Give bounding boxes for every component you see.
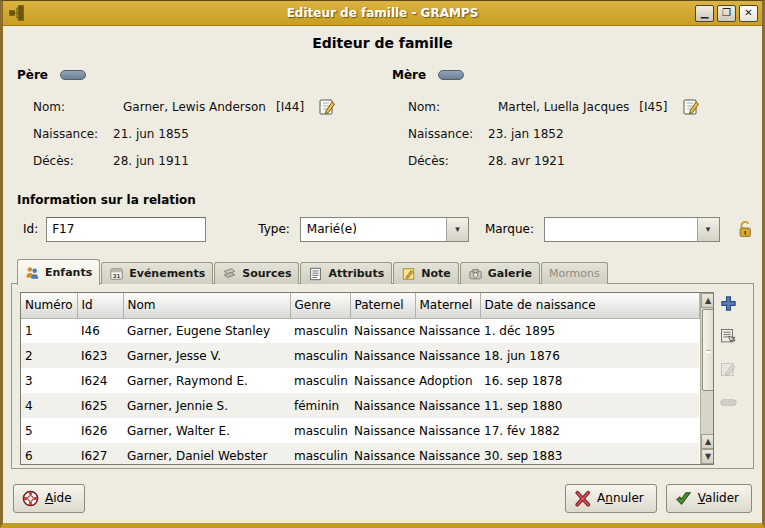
- maximize-icon[interactable]: ❐: [717, 5, 736, 22]
- note-icon: [401, 267, 416, 281]
- table-cell: 18. jun 1876: [480, 343, 699, 368]
- tab-label: Enfants: [45, 266, 92, 279]
- mother-birth-value: 23. jan 1852: [488, 127, 564, 141]
- father-name-value: Garner, Lewis Anderson: [123, 100, 266, 114]
- table-row[interactable]: 5I626Garner, Walter E.masculinNaissanceN…: [21, 418, 699, 443]
- scroll-up-icon[interactable]: ▲: [701, 434, 715, 449]
- table-cell: 16. sep 1878: [480, 368, 699, 393]
- add-child-button[interactable]: [715, 290, 741, 316]
- notebook: Enfants 31 Evénements Sources: [11, 258, 754, 469]
- mother-id: [I45]: [639, 100, 667, 114]
- table-cell: Garner, Walter E.: [123, 418, 290, 443]
- cancel-x-icon: [574, 490, 591, 507]
- mother-birth-label: Naissance:: [408, 127, 488, 141]
- relation-section-title: Information sur la relation: [11, 193, 754, 207]
- table-cell: 5: [21, 418, 77, 443]
- table-cell: Garner, Jennie S.: [123, 393, 290, 418]
- table-cell: Naissance: [350, 393, 415, 418]
- column-header[interactable]: Maternel: [415, 293, 480, 318]
- remove-father-button[interactable]: [60, 70, 86, 80]
- father-death-label: Décès:: [33, 154, 113, 168]
- table-row[interactable]: 1I46Garner, Eugene StanleymasculinNaissa…: [21, 318, 699, 343]
- tab-mormons: Mormons: [541, 262, 608, 284]
- share-child-icon: [720, 328, 737, 345]
- table-cell: Naissance: [350, 443, 415, 465]
- tab-label: Mormons: [549, 267, 600, 280]
- table-cell: 4: [21, 393, 77, 418]
- table-cell: Naissance: [415, 393, 480, 418]
- calendar-icon: 31: [109, 267, 124, 281]
- table-cell: I626: [77, 418, 123, 443]
- relation-id-label: Id:: [11, 222, 46, 236]
- tab-note[interactable]: Note: [393, 262, 458, 284]
- edit-mother-name-icon[interactable]: [682, 98, 700, 116]
- tab-evenements[interactable]: 31 Evénements: [101, 262, 213, 284]
- cancel-button[interactable]: Annuler: [565, 484, 657, 513]
- table-cell: Naissance: [350, 343, 415, 368]
- close-icon[interactable]: ✕: [739, 5, 758, 22]
- mother-name-label: Nom:: [408, 100, 488, 114]
- scroll-down-icon[interactable]: ▼: [701, 449, 715, 464]
- mother-name-value: Martel, Luella Jacques: [498, 100, 629, 114]
- share-child-button[interactable]: [715, 323, 741, 349]
- mother-section: Mère Nom: Martel, Luella Jacques [I45]: [386, 68, 754, 174]
- table-cell: Naissance: [350, 418, 415, 443]
- table-cell: masculin: [290, 443, 350, 465]
- tab-enfants[interactable]: Enfants: [17, 259, 100, 285]
- table-cell: Naissance: [415, 418, 480, 443]
- ok-button[interactable]: Valider: [666, 484, 752, 513]
- relation-id-input[interactable]: [46, 217, 206, 242]
- relation-mark-value: [545, 218, 557, 241]
- table-cell: Naissance: [350, 318, 415, 343]
- window-title: Editeur de famille - GRAMPS: [3, 6, 762, 20]
- table-cell: masculin: [290, 318, 350, 343]
- table-row[interactable]: 3I624Garner, Raymond E.masculinNaissance…: [21, 368, 699, 393]
- table-cell: masculin: [290, 368, 350, 393]
- scroll-up-icon[interactable]: ▲: [701, 293, 715, 308]
- minimize-icon[interactable]: ▁: [695, 5, 714, 22]
- table-cell: I623: [77, 343, 123, 368]
- tab-sources[interactable]: Sources: [214, 262, 299, 284]
- table-cell: 11. sep 1880: [480, 393, 699, 418]
- relation-mark-select[interactable]: ▾: [544, 217, 720, 242]
- father-section-label: Père: [17, 68, 48, 82]
- relation-type-select[interactable]: Marié(e) ▾: [300, 217, 469, 242]
- page-title: Editeur de famille: [11, 26, 754, 51]
- column-header[interactable]: Paternel: [350, 293, 415, 318]
- lock-open-icon[interactable]: [736, 219, 754, 239]
- column-header[interactable]: Date de naissance: [480, 293, 699, 318]
- table-cell: I46: [77, 318, 123, 343]
- table-cell: 1: [21, 318, 77, 343]
- remove-child-button: [715, 389, 741, 415]
- remove-mother-button[interactable]: [438, 70, 464, 80]
- relation-mark-label: Marque:: [469, 222, 542, 236]
- table-cell: masculin: [290, 343, 350, 368]
- tab-label: Attributs: [328, 267, 384, 280]
- help-button[interactable]: Aide: [13, 484, 85, 513]
- vertical-scrollbar[interactable]: ▲ ▲ ▼: [700, 293, 715, 464]
- relation-type-value: Marié(e): [301, 218, 363, 241]
- table-cell: Naissance: [415, 443, 480, 465]
- table-cell: Garner, Jesse V.: [123, 343, 290, 368]
- table-row[interactable]: 2I623Garner, Jesse V.masculinNaissanceNa…: [21, 343, 699, 368]
- table-cell: masculin: [290, 418, 350, 443]
- column-header[interactable]: Nom: [123, 293, 290, 318]
- father-birth-value: 21. jun 1855: [113, 127, 189, 141]
- edit-father-name-icon[interactable]: [318, 98, 336, 116]
- table-row[interactable]: 4I625Garner, Jennie S.fémininNaissanceNa…: [21, 393, 699, 418]
- tab-galerie[interactable]: Galerie: [460, 262, 540, 284]
- edit-child-button: [715, 356, 741, 382]
- family-editor-window: Editeur de famille - GRAMPS ▁ ❐ ✕ Editeu…: [0, 0, 765, 528]
- titlebar[interactable]: Editeur de famille - GRAMPS ▁ ❐ ✕: [3, 1, 762, 26]
- remove-child-icon: [720, 394, 737, 411]
- tab-attributs[interactable]: Attributs: [300, 262, 392, 284]
- tab-label: Galerie: [488, 267, 532, 280]
- dialog-body: Editeur de famille Père Nom: Garner, Lew…: [3, 26, 762, 479]
- table-cell: Garner, Daniel Webster: [123, 443, 290, 465]
- father-id: [I44]: [276, 100, 304, 114]
- column-header[interactable]: Genre: [290, 293, 350, 318]
- table-cell: 6: [21, 443, 77, 465]
- column-header[interactable]: Id: [77, 293, 123, 318]
- column-header[interactable]: Numéro: [21, 293, 77, 318]
- table-row[interactable]: 6I627Garner, Daniel WebstermasculinNaiss…: [21, 443, 699, 465]
